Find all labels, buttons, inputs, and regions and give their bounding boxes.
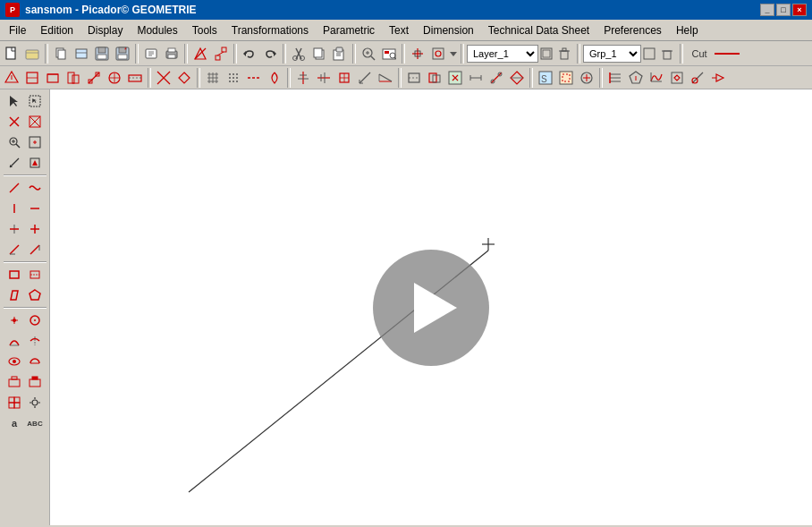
obj-btn-6[interactable] [507,68,527,88]
menu-preferences[interactable]: Preferences [596,21,669,40]
lt-btn-circle[interactable] [25,310,45,330]
snap-btn-4[interactable] [63,68,83,88]
grp-combo[interactable]: Grp_1 [583,45,641,63]
lt-btn-rect[interactable] [4,265,24,285]
snap-icon-2[interactable] [428,44,448,64]
snap-btn-10[interactable] [244,68,264,88]
lt-btn-cross-h[interactable] [4,219,24,239]
zoom-window-button[interactable] [359,44,378,64]
lt-btn-text[interactable]: a [4,413,24,433]
tb-icon-2[interactable] [51,44,71,64]
save-button[interactable] [92,44,112,64]
cut-button[interactable] [289,44,309,64]
lt-btn-pen[interactable] [4,153,24,173]
view-btn-2[interactable] [556,68,576,88]
canvas-area[interactable] [50,89,812,525]
snap-btn-2[interactable] [22,68,42,88]
view-btn-3[interactable] [577,68,596,88]
measure-btn-2[interactable] [376,68,395,88]
lt-btn-pt[interactable] [4,310,24,330]
layer-trash[interactable] [554,44,574,64]
snap-icon-1[interactable] [408,44,427,64]
print-button[interactable] [162,44,182,64]
play-button[interactable] [373,250,489,366]
tb-icon-7[interactable] [211,44,231,64]
lt-btn-arc[interactable] [4,331,24,351]
tb-icon-3[interactable] [72,44,91,64]
lt-btn-cross[interactable] [4,112,24,132]
new-button[interactable] [2,44,21,64]
snap-btn-5[interactable] [84,68,104,88]
menu-dimension[interactable]: Dimension [416,21,481,40]
minimize-button[interactable]: _ [760,4,774,16]
snap-btn-9[interactable] [174,68,194,88]
linetype-color[interactable] [714,44,740,64]
view-btn-1[interactable]: S [536,68,555,88]
menu-text[interactable]: Text [382,21,416,40]
redo-button[interactable] [260,44,280,64]
lt-btn-text-abc[interactable]: ABC [25,413,45,433]
right-btn-6[interactable] [708,68,728,88]
snap-btn-3[interactable] [43,68,63,88]
undo-button[interactable] [240,44,259,64]
lt-btn-box-cross[interactable] [25,112,45,132]
align-btn-3[interactable] [334,68,354,88]
menu-help[interactable]: Help [669,21,706,40]
lt-btn-hline[interactable] [25,199,45,218]
lt-btn-rect2[interactable] [25,265,45,285]
copy-button[interactable] [309,44,329,64]
print-preview-button[interactable] [141,44,161,64]
menu-file[interactable]: File [2,21,33,40]
layer-combo[interactable]: Layer_1 [467,45,538,63]
lt-btn-block[interactable] [4,372,24,392]
lt-btn-eye[interactable] [4,352,24,371]
right-btn-4[interactable] [667,68,687,88]
menu-edition[interactable]: Edition [33,21,80,40]
obj-btn-1[interactable] [404,68,424,88]
snap-btn-6[interactable] [105,68,124,88]
snap-btn-7[interactable] [125,68,145,88]
lt-btn-block2[interactable] [25,372,45,392]
lt-btn-fill[interactable] [25,153,45,173]
lt-btn-diag1[interactable] [4,240,24,259]
save2-button[interactable]: * [113,44,132,64]
lt-btn-halfcircle[interactable] [25,352,45,371]
lt-btn-grid[interactable] [4,393,24,412]
obj-btn-3[interactable] [445,68,465,88]
right-btn-3[interactable] [647,68,666,88]
menu-technical-data-sheet[interactable]: Technical Data Sheet [481,21,596,40]
obj-btn-4[interactable] [466,68,486,88]
right-btn-5[interactable] [688,68,707,88]
layer-icon[interactable] [539,44,554,64]
grp-icon[interactable] [642,44,656,64]
grid-btn-2[interactable] [224,68,243,88]
snap-btn-11[interactable] [265,68,284,88]
open-button[interactable] [22,44,42,64]
obj-btn-2[interactable] [425,68,444,88]
right-btn-2[interactable] [626,68,646,88]
lt-btn-polygon[interactable] [25,285,45,305]
lt-btn-parallelogram[interactable] [4,285,24,305]
lt-select2-btn[interactable] [25,91,45,111]
right-btn-1[interactable] [605,68,625,88]
menu-transformations[interactable]: Transformations [224,21,316,40]
lt-btn-zoom[interactable] [4,132,24,152]
menu-tools[interactable]: Tools [185,21,224,40]
lt-btn-diag2[interactable] [25,240,45,259]
obj-btn-5[interactable] [486,68,506,88]
menu-display[interactable]: Display [80,21,130,40]
lt-btn-arc2[interactable] [25,331,45,351]
snap-btn-8[interactable] [154,68,173,88]
lt-btn-zoom2[interactable] [25,132,45,152]
tb-icon-6[interactable] [190,44,210,64]
lt-select-btn[interactable] [4,91,24,111]
close-button[interactable]: × [792,4,807,16]
paste-button[interactable] [330,44,350,64]
menu-modules[interactable]: Modules [130,21,184,40]
lt-btn-wave[interactable] [25,178,45,198]
align-btn-2[interactable] [314,68,334,88]
zoom-button[interactable] [379,44,399,64]
measure-btn-1[interactable] [355,68,375,88]
align-btn-1[interactable] [293,68,313,88]
dropdown-arrow[interactable] [449,44,458,64]
